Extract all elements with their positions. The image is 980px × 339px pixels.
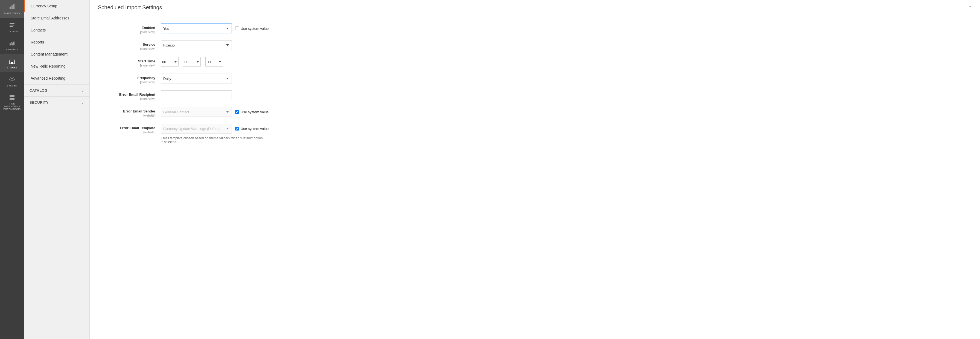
time-minute-select[interactable]: 00	[183, 57, 201, 67]
nav-item-currency-setup[interactable]: Currency Setup	[24, 0, 89, 12]
label-frequency-sub: [store view]	[106, 80, 155, 84]
chevron-down-icon: ⌄	[81, 89, 84, 92]
collapse-button[interactable]: ⌃	[968, 5, 972, 11]
field-error-email-template: Error Email Template [website] Currency …	[106, 124, 964, 144]
control-enabled: Yes No Use system value	[161, 24, 964, 33]
nav-section-security-label: SECURITY	[30, 100, 49, 105]
use-system-template-text: Use system value	[240, 127, 269, 131]
error-email-recipient-input[interactable]	[161, 90, 232, 100]
svg-rect-8	[13, 41, 14, 45]
label-start-time-main: Start Time	[106, 59, 155, 63]
reports-icon	[8, 40, 16, 47]
sidebar-item-reports-label: REPORTS	[6, 48, 19, 51]
stores-icon	[8, 57, 16, 65]
time-hour-select[interactable]: 00	[161, 57, 178, 67]
svg-rect-14	[10, 98, 12, 100]
label-service-main: Service	[106, 42, 155, 46]
svg-rect-13	[12, 95, 14, 97]
field-frequency: Frequency [store view] Daily Weekly Mont…	[106, 73, 964, 84]
marketing-icon	[8, 3, 16, 11]
enabled-select[interactable]: Yes No	[161, 24, 232, 33]
label-error-email-template-main: Error Email Template	[106, 126, 155, 130]
svg-point-11	[11, 78, 13, 80]
frequency-select[interactable]: Daily Weekly Monthly	[161, 73, 232, 83]
control-error-email-template: Currency Update Warnings (Default) Use s…	[161, 124, 964, 144]
field-start-time: Start Time [store view] 00 : 00 : 00	[106, 57, 964, 67]
svg-rect-6	[10, 44, 11, 45]
nav-section-security[interactable]: SECURITY ⌄	[24, 96, 89, 108]
sidebar-item-content-label: CONTENT	[6, 30, 19, 33]
control-error-email-recipient	[161, 90, 964, 100]
control-start-time: 00 : 00 : 00	[161, 57, 964, 67]
svg-rect-3	[10, 23, 14, 24]
sidebar-item-system[interactable]: SYSTEM	[0, 72, 24, 90]
label-start-time-sub: [store view]	[106, 64, 155, 67]
main-content: Scheduled Import Settings ⌃ Enabled [sto…	[90, 0, 980, 339]
svg-rect-7	[11, 43, 13, 45]
control-frequency: Daily Weekly Monthly	[161, 73, 964, 83]
nav-item-reports[interactable]: Reports	[24, 36, 89, 48]
sidebar-item-marketing[interactable]: MARKETING	[0, 0, 24, 18]
svg-rect-10	[11, 62, 13, 64]
sidebar-item-find-partners-label: FIND PARTNERS & EXTENSIONS	[2, 102, 22, 111]
time-selects: 00 : 00 : 00	[161, 57, 223, 67]
label-error-email-sender-sub: [website]	[106, 114, 155, 117]
nav-section-catalog[interactable]: CATALOG ⌄	[24, 84, 89, 96]
time-second-select[interactable]: 00	[205, 57, 223, 67]
label-enabled-sub: [store view]	[106, 30, 155, 33]
field-service: Service [store view] Fixer.io	[106, 40, 964, 50]
use-system-template: Use system value	[235, 127, 269, 131]
svg-rect-1	[11, 5, 13, 9]
use-system-sender-checkbox[interactable]	[235, 110, 239, 114]
svg-rect-4	[10, 25, 14, 25]
time-colon-1: :	[180, 59, 182, 64]
error-email-template-help: Email template chosen based on theme fal…	[161, 136, 265, 144]
chevron-down-icon: ⌄	[81, 101, 84, 105]
control-service: Fixer.io	[161, 40, 964, 50]
label-error-email-recipient: Error Email Recipient [store view]	[106, 90, 161, 100]
use-system-template-checkbox[interactable]	[235, 127, 239, 131]
label-service: Service [store view]	[106, 40, 161, 50]
label-start-time: Start Time [store view]	[106, 57, 161, 67]
nav-item-advanced-reporting[interactable]: Advanced Reporting	[24, 72, 89, 84]
error-email-template-select[interactable]: Currency Update Warnings (Default)	[161, 124, 232, 134]
svg-rect-5	[10, 26, 13, 27]
label-frequency: Frequency [store view]	[106, 73, 161, 84]
label-error-email-template-sub: [website]	[106, 131, 155, 134]
nav-item-content-management[interactable]: Content Management	[24, 48, 89, 60]
sidebar-item-marketing-label: MARKETING	[4, 12, 20, 15]
svg-rect-12	[10, 95, 12, 97]
content-icon	[8, 21, 16, 29]
field-enabled: Enabled [store view] Yes No Use system v…	[106, 24, 964, 33]
sidebar-item-reports[interactable]: REPORTS	[0, 36, 24, 54]
error-email-sender-select[interactable]: General Contact	[161, 107, 232, 117]
label-enabled: Enabled [store view]	[106, 24, 161, 33]
sidebar-item-find-partners[interactable]: FIND PARTNERS & EXTENSIONS	[0, 90, 24, 114]
field-error-email-recipient: Error Email Recipient [store view]	[106, 90, 964, 100]
use-system-enabled-text: Use system value	[240, 27, 269, 31]
nav-item-contacts[interactable]: Contacts	[24, 24, 89, 36]
svg-rect-15	[12, 98, 14, 100]
use-system-enabled: Use system value	[235, 27, 269, 31]
nav-item-store-email-addresses[interactable]: Store Email Addresses	[24, 12, 89, 24]
use-system-sender: Use system value	[235, 110, 269, 114]
svg-rect-0	[10, 6, 11, 9]
label-error-email-recipient-sub: [store view]	[106, 97, 155, 100]
use-system-sender-text: Use system value	[240, 110, 269, 114]
use-system-enabled-checkbox[interactable]	[235, 27, 239, 30]
section-header: Scheduled Import Settings ⌃	[90, 0, 980, 15]
service-select[interactable]: Fixer.io	[161, 40, 232, 50]
nav-sidebar: Currency Setup Store Email Addresses Con…	[24, 0, 90, 339]
label-service-sub: [store view]	[106, 47, 155, 50]
sidebar-item-system-label: SYSTEM	[6, 84, 18, 87]
sidebar-icon-panel: MARKETING CONTENT REPORTS	[0, 0, 24, 339]
system-icon	[8, 75, 16, 83]
sidebar-item-content[interactable]: CONTENT	[0, 18, 24, 36]
field-error-email-sender: Error Email Sender [website] General Con…	[106, 107, 964, 117]
sidebar-item-stores-label: STORES	[6, 66, 18, 69]
nav-item-new-relic-reporting[interactable]: New Relic Reporting	[24, 60, 89, 72]
sidebar-item-stores[interactable]: STORES	[0, 54, 24, 72]
section-title: Scheduled Import Settings	[98, 5, 162, 11]
svg-rect-2	[13, 5, 14, 9]
label-error-email-template: Error Email Template [website]	[106, 124, 161, 134]
